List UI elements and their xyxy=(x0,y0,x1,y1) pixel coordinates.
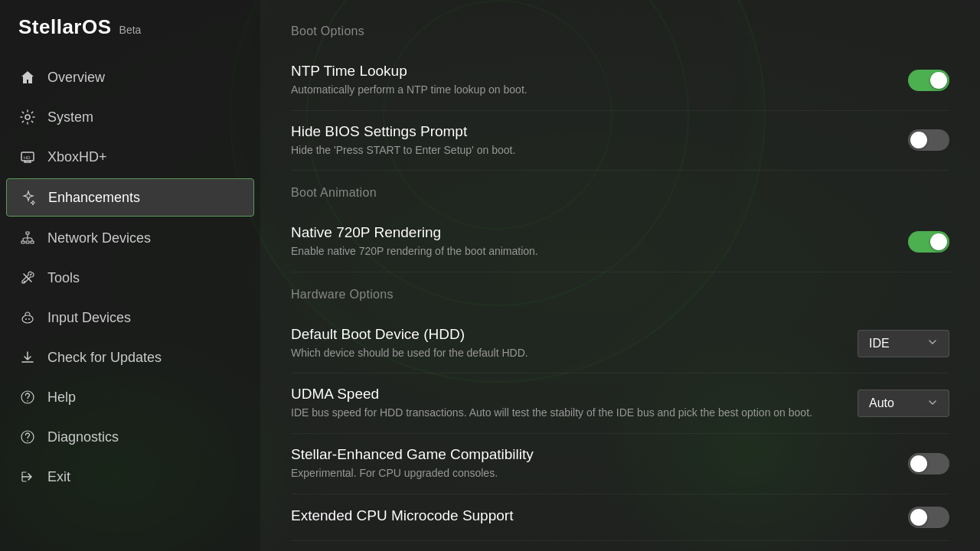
setting-desc-ntp-time-lookup: Automatically perform a NTP time lookup … xyxy=(291,83,893,98)
app-container: StellarOS Beta OverviewSystemHDXboxHD+En… xyxy=(0,0,980,551)
svg-point-7 xyxy=(22,315,33,323)
setting-title-extended-cpu-microcode: Extended CPU Microcode Support xyxy=(291,507,893,524)
setting-title-ntp-time-lookup: NTP Time Lookup xyxy=(291,63,893,80)
input-devices-icon xyxy=(18,308,37,327)
section-header-boot-animation: Boot Animation xyxy=(291,186,949,200)
sidebar-item-enhancements[interactable]: Enhancements xyxy=(6,178,254,217)
toggle-thumb-hide-bios-settings-prompt xyxy=(910,132,927,148)
help-icon xyxy=(18,388,37,406)
sidebar-label-diagnostics: Diagnostics xyxy=(47,429,119,445)
sidebar-item-overview[interactable]: Overview xyxy=(0,57,260,97)
overview-icon xyxy=(18,68,37,86)
setting-control-default-boot-device[interactable]: IDE xyxy=(858,330,949,357)
setting-row-default-boot-device: Default Boot Device (HDD)Which device sh… xyxy=(291,314,949,374)
brand: StellarOS Beta xyxy=(0,0,260,57)
setting-info-native-720p-rendering: Native 720P RenderingEnable native 720P … xyxy=(291,224,908,259)
dropdown-arrow-udma-speed xyxy=(927,397,938,410)
toggle-track-native-720p-rendering xyxy=(908,231,949,253)
svg-rect-6 xyxy=(26,241,29,243)
system-icon xyxy=(18,108,37,126)
sidebar-label-enhancements: Enhancements xyxy=(48,190,140,206)
setting-title-native-720p-rendering: Native 720P Rendering xyxy=(291,224,893,241)
sidebar-label-system: System xyxy=(47,109,93,126)
setting-title-hide-bios-settings-prompt: Hide BIOS Settings Prompt xyxy=(291,123,893,140)
sidebar-label-tools: Tools xyxy=(47,270,80,286)
network-devices-icon xyxy=(18,229,37,247)
setting-row-native-720p-rendering: Native 720P RenderingEnable native 720P … xyxy=(291,212,949,272)
toggle-stellar-game-compat[interactable] xyxy=(908,453,949,474)
section-hardware-options: Hardware OptionsDefault Boot Device (HDD… xyxy=(291,288,949,541)
sidebar-label-input-devices: Input Devices xyxy=(47,310,131,326)
sidebar-item-xboxhd[interactable]: HDXboxHD+ xyxy=(0,137,260,177)
setting-control-extended-cpu-microcode[interactable] xyxy=(908,507,949,528)
setting-desc-hide-bios-settings-prompt: Hide the 'Press START to Enter Setup' on… xyxy=(291,143,893,158)
setting-control-udma-speed[interactable]: Auto xyxy=(858,390,949,417)
brand-name: StellarOS xyxy=(18,15,112,39)
toggle-thumb-stellar-game-compat xyxy=(910,455,927,472)
sidebar-label-network-devices: Network Devices xyxy=(47,230,151,246)
xboxhd-icon: HD xyxy=(18,148,37,166)
setting-row-hide-bios-settings-prompt: Hide BIOS Settings PromptHide the 'Press… xyxy=(291,111,949,171)
sidebar-label-overview: Overview xyxy=(47,70,105,86)
svg-point-9 xyxy=(28,318,30,320)
toggle-thumb-native-720p-rendering xyxy=(930,233,947,250)
main-content[interactable]: Boot OptionsNTP Time LookupAutomatically… xyxy=(260,0,980,551)
toggle-track-ntp-time-lookup xyxy=(908,70,949,91)
toggle-hide-bios-settings-prompt[interactable] xyxy=(908,129,949,151)
setting-row-ntp-time-lookup: NTP Time LookupAutomatically perform a N… xyxy=(291,51,949,111)
dropdown-arrow-default-boot-device xyxy=(927,337,938,350)
setting-control-ntp-time-lookup[interactable] xyxy=(908,70,949,91)
sidebar-item-exit[interactable]: Exit xyxy=(0,457,260,497)
setting-row-stellar-game-compat: Stellar-Enhanced Game CompatibilityExper… xyxy=(291,434,949,494)
svg-point-11 xyxy=(27,400,28,402)
dropdown-default-boot-device[interactable]: IDE xyxy=(858,330,949,357)
enhancements-icon xyxy=(19,188,38,207)
setting-desc-stellar-game-compat: Experimental. For CPU upgraded consoles. xyxy=(291,466,893,481)
setting-info-stellar-game-compat: Stellar-Enhanced Game CompatibilityExper… xyxy=(291,446,908,481)
toggle-track-hide-bios-settings-prompt xyxy=(908,129,949,151)
toggle-ntp-time-lookup[interactable] xyxy=(908,70,949,91)
setting-desc-udma-speed: IDE bus speed for HDD transactions. Auto… xyxy=(291,406,842,421)
svg-point-13 xyxy=(27,440,28,442)
setting-desc-default-boot-device: Which device should be used for the defa… xyxy=(291,346,842,361)
setting-row-udma-speed: UDMA SpeedIDE bus speed for HDD transact… xyxy=(291,373,949,434)
sidebar: StellarOS Beta OverviewSystemHDXboxHD+En… xyxy=(0,0,260,551)
setting-title-stellar-game-compat: Stellar-Enhanced Game Compatibility xyxy=(291,446,893,463)
toggle-track-stellar-game-compat xyxy=(908,453,949,474)
tools-icon xyxy=(18,269,37,287)
dropdown-value-default-boot-device: IDE xyxy=(869,337,890,350)
setting-info-ntp-time-lookup: NTP Time LookupAutomatically perform a N… xyxy=(291,63,908,98)
toggle-native-720p-rendering[interactable] xyxy=(908,231,949,253)
sidebar-item-help[interactable]: Help xyxy=(0,377,260,417)
sidebar-label-help: Help xyxy=(47,390,76,406)
sidebar-label-check-for-updates: Check for Updates xyxy=(47,350,162,366)
sidebar-item-system[interactable]: System xyxy=(0,97,260,137)
setting-info-udma-speed: UDMA SpeedIDE bus speed for HDD transact… xyxy=(291,386,858,421)
toggle-track-extended-cpu-microcode xyxy=(908,507,949,528)
setting-title-default-boot-device: Default Boot Device (HDD) xyxy=(291,326,842,343)
dropdown-udma-speed[interactable]: Auto xyxy=(858,390,949,417)
sidebar-item-check-for-updates[interactable]: Check for Updates xyxy=(0,337,260,377)
nav-list: OverviewSystemHDXboxHD+EnhancementsNetwo… xyxy=(0,57,260,551)
section-header-boot-options: Boot Options xyxy=(291,24,949,38)
setting-control-stellar-game-compat[interactable] xyxy=(908,453,949,474)
setting-info-extended-cpu-microcode: Extended CPU Microcode Support xyxy=(291,507,908,527)
sidebar-item-input-devices[interactable]: Input Devices xyxy=(0,298,260,337)
sidebar-item-network-devices[interactable]: Network Devices xyxy=(0,218,260,258)
svg-text:HD: HD xyxy=(24,155,31,160)
setting-control-hide-bios-settings-prompt[interactable] xyxy=(908,129,949,151)
section-boot-animation: Boot AnimationNative 720P RenderingEnabl… xyxy=(291,186,949,272)
setting-control-native-720p-rendering[interactable] xyxy=(908,231,949,253)
setting-info-default-boot-device: Default Boot Device (HDD)Which device sh… xyxy=(291,326,858,361)
brand-badge: Beta xyxy=(119,24,142,36)
svg-point-0 xyxy=(25,115,30,119)
toggle-extended-cpu-microcode[interactable] xyxy=(908,507,949,528)
check-for-updates-icon xyxy=(18,348,37,367)
setting-title-udma-speed: UDMA Speed xyxy=(291,386,842,403)
section-boot-options: Boot OptionsNTP Time LookupAutomatically… xyxy=(291,24,949,171)
sidebar-label-xboxhd: XboxHD+ xyxy=(47,149,107,165)
diagnostics-icon xyxy=(18,428,37,446)
setting-desc-native-720p-rendering: Enable native 720P rendering of the boot… xyxy=(291,244,893,259)
sidebar-item-diagnostics[interactable]: Diagnostics xyxy=(0,417,260,457)
sidebar-item-tools[interactable]: Tools xyxy=(0,258,260,298)
